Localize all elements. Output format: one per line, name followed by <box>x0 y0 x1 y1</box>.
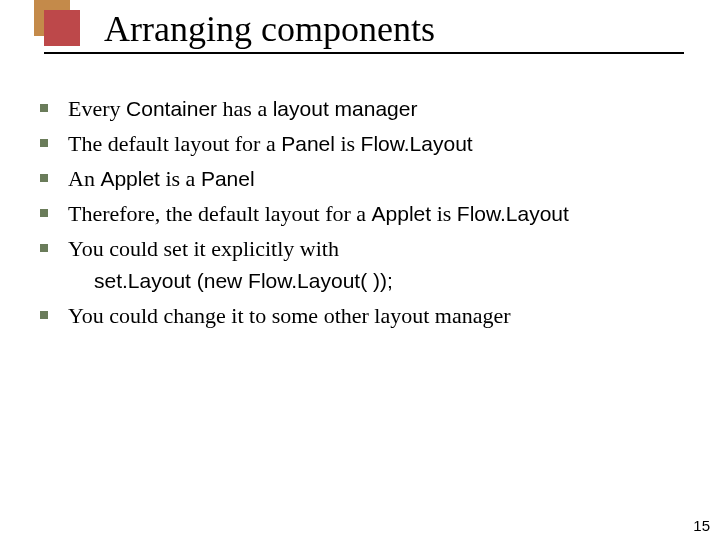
text: You could change it to some other layout… <box>68 303 511 328</box>
list-item: Therefore, the default layout for a Appl… <box>34 197 708 230</box>
text: is a <box>160 166 201 191</box>
page-number: 15 <box>693 517 710 534</box>
list-item: An Applet is a Panel <box>34 162 708 195</box>
keyword: layout manager <box>273 97 418 120</box>
keyword: Panel <box>201 167 255 190</box>
slide-content: Every Container has a layout manager The… <box>34 92 708 334</box>
text: You could set it explicitly with <box>68 236 339 261</box>
list-item: You could change it to some other layout… <box>34 299 708 332</box>
slide-header: Arranging components <box>0 0 720 64</box>
decor-square-front <box>44 10 80 46</box>
slide-title: Arranging components <box>104 8 435 50</box>
title-underline <box>44 52 684 54</box>
keyword: Applet <box>372 202 432 225</box>
bullet-list: Every Container has a layout manager The… <box>34 92 708 332</box>
list-item: Every Container has a layout manager <box>34 92 708 125</box>
keyword: Container <box>126 97 217 120</box>
text: Every <box>68 96 126 121</box>
keyword: Panel <box>281 132 335 155</box>
keyword: Flow.Layout <box>457 202 569 225</box>
text: Therefore, the default layout for a <box>68 201 372 226</box>
code-line: set.Layout (new Flow.Layout( )); <box>68 265 708 297</box>
keyword: Flow.Layout <box>361 132 473 155</box>
text: The default layout for a <box>68 131 281 156</box>
text: is <box>335 131 361 156</box>
list-item: You could set it explicitly with set.Lay… <box>34 232 708 297</box>
text: is <box>431 201 457 226</box>
keyword: Applet <box>100 167 160 190</box>
text: An <box>68 166 100 191</box>
list-item: The default layout for a Panel is Flow.L… <box>34 127 708 160</box>
text: has a <box>217 96 273 121</box>
